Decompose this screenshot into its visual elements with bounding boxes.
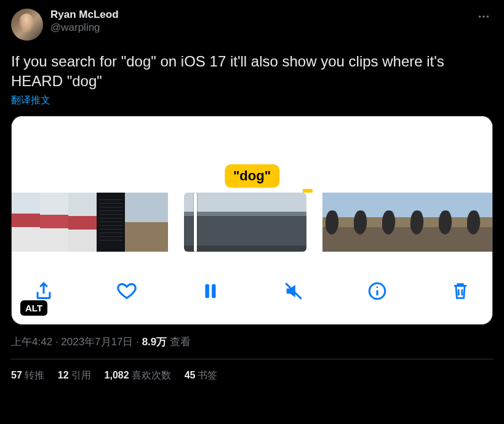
svg-point-8: [376, 287, 378, 289]
time[interactable]: 上午4:42: [11, 336, 52, 348]
playhead[interactable]: [194, 193, 197, 252]
like-button[interactable]: [112, 276, 142, 306]
info-button[interactable]: [362, 276, 392, 306]
clip-thumbnail[interactable]: [12, 193, 168, 252]
display-name: Ryan McLeod: [50, 9, 119, 21]
retweets-stat[interactable]: 57转推: [11, 369, 44, 382]
date[interactable]: 2023年7月17日: [61, 336, 133, 348]
bookmarks-stat[interactable]: 45书签: [185, 369, 218, 382]
caption-bubble: "dog": [225, 164, 279, 188]
delete-button[interactable]: [446, 276, 475, 306]
media-toolbar: [12, 258, 492, 324]
more-button[interactable]: [474, 9, 493, 25]
media-card[interactable]: "dog": [11, 116, 493, 325]
media-top: "dog": [12, 116, 492, 193]
pause-icon: [200, 281, 221, 302]
heart-icon: [116, 281, 137, 302]
svg-point-1: [482, 15, 485, 18]
tweet: Ryan McLeod @warpling If you search for …: [0, 0, 504, 390]
speaker-muted-icon: [283, 281, 304, 302]
info-icon: [367, 281, 388, 302]
tweet-meta: 上午4:42 · 2023年7月17日 · 8.9万 查看: [11, 335, 493, 349]
views-label: 查看: [170, 336, 191, 348]
handle: @warpling: [50, 22, 119, 34]
author-names[interactable]: Ryan McLeod @warpling: [50, 9, 119, 34]
tweet-stats: 57转推 12引用 1,082喜欢次数 45书签: [11, 369, 493, 390]
clip-thumbnail[interactable]: [322, 193, 492, 252]
svg-point-2: [487, 15, 489, 18]
quotes-stat[interactable]: 12引用: [58, 369, 91, 382]
share-icon: [33, 281, 54, 302]
divider: [11, 359, 493, 359]
tweet-header: Ryan McLeod @warpling: [11, 9, 493, 41]
clip-thumbnail[interactable]: [184, 193, 306, 252]
tweet-text: If you search for "dog" on iOS 17 it'll …: [11, 52, 493, 90]
svg-point-0: [479, 15, 481, 18]
translate-link[interactable]: 翻译推文: [11, 94, 493, 107]
svg-rect-4: [212, 284, 215, 298]
avatar[interactable]: [11, 9, 43, 41]
svg-rect-3: [205, 284, 209, 298]
views-count: 8.9万: [142, 336, 167, 348]
ellipsis-icon: [477, 10, 490, 23]
pause-button[interactable]: [196, 276, 225, 306]
timeline-strip[interactable]: [12, 193, 492, 252]
mute-button[interactable]: [279, 276, 308, 306]
likes-stat[interactable]: 1,082喜欢次数: [105, 369, 171, 382]
alt-badge[interactable]: ALT: [20, 300, 47, 316]
trash-icon: [450, 281, 471, 302]
